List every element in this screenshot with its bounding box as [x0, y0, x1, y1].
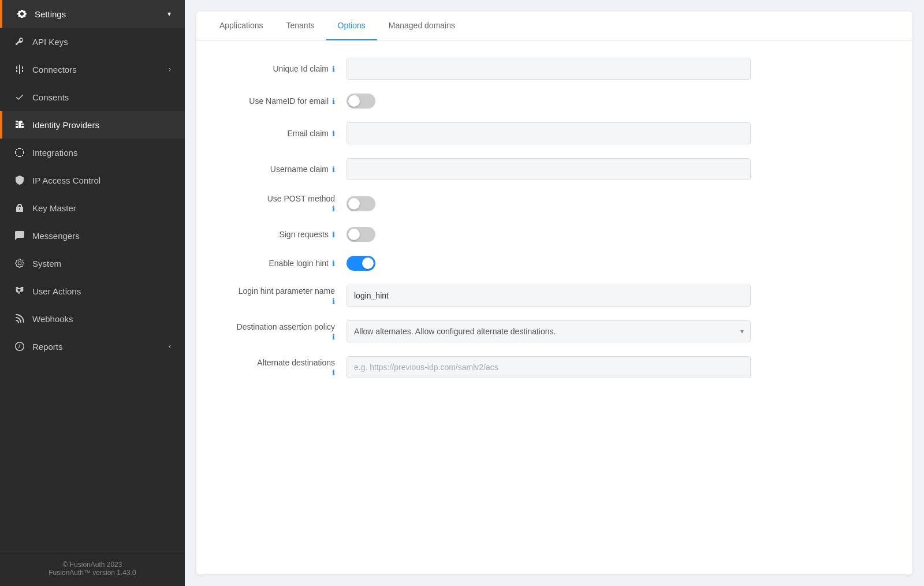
sidebar-item-reports-label: Reports	[32, 342, 162, 352]
tab-bar: Applications Tenants Options Managed dom…	[196, 12, 912, 40]
connectors-chevron: ›	[169, 65, 171, 73]
toggle-thumb-sign	[348, 229, 360, 240]
lock-icon	[14, 202, 25, 214]
label-login-hint-param-name: Login hint parameter name ℹ	[219, 286, 335, 305]
main-content: Applications Tenants Options Managed dom…	[185, 0, 924, 586]
sidebar-item-settings-label: Settings	[35, 9, 161, 19]
label-username-claim: Username claim ℹ	[219, 165, 335, 174]
integrations-icon	[14, 147, 25, 158]
sidebar-item-user-actions-label: User Actions	[32, 286, 171, 296]
field-enable-login-hint: Enable login hint ℹ	[219, 256, 889, 271]
sidebar-item-messengers[interactable]: Messengers	[0, 222, 185, 249]
tab-managed-domains[interactable]: Managed domains	[377, 12, 467, 40]
rss-icon	[14, 313, 25, 324]
alternate-destinations-info-icon[interactable]: ℹ	[332, 368, 335, 377]
check-icon	[14, 91, 25, 103]
api-key-icon	[14, 36, 25, 47]
toggle-use-nameid-for-email[interactable]	[346, 94, 375, 109]
toggle-track-nameid	[346, 94, 375, 109]
label-email-claim: Email claim ℹ	[219, 129, 335, 138]
sidebar-item-integrations-label: Integrations	[32, 148, 171, 158]
sidebar-item-ip-access-control[interactable]: IP Access Control	[0, 166, 185, 194]
sidebar-item-key-master[interactable]: Key Master	[0, 194, 185, 222]
form-content: Unique Id claim ℹ Use NameID for email ℹ	[196, 40, 912, 574]
connector-icon	[14, 64, 25, 75]
input-alternate-destinations[interactable]	[346, 356, 751, 378]
label-alternate-destinations: Alternate destinations ℹ	[219, 358, 335, 377]
sidebar-item-system[interactable]: System	[0, 249, 185, 277]
sidebar: Settings ▾ API Keys Connectors › Consent…	[0, 0, 185, 586]
sidebar-item-api-keys[interactable]: API Keys	[0, 28, 185, 55]
sidebar-item-consents-label: Consents	[32, 92, 171, 102]
sidebar-item-webhooks-label: Webhooks	[32, 314, 171, 324]
label-sign-requests: Sign requests ℹ	[219, 230, 335, 239]
idp-icon	[14, 119, 25, 130]
content-card: Applications Tenants Options Managed dom…	[196, 12, 912, 574]
field-alternate-destinations: Alternate destinations ℹ	[219, 356, 889, 378]
gear-icon	[14, 257, 25, 269]
label-unique-id-claim: Unique Id claim ℹ	[219, 64, 335, 73]
toggle-thumb-login-hint	[362, 257, 374, 269]
sidebar-footer: © FusionAuth 2023 FusionAuth™ version 1.…	[0, 551, 185, 586]
sidebar-item-api-keys-label: API Keys	[32, 37, 171, 47]
input-username-claim[interactable]	[346, 158, 751, 180]
sidebar-item-integrations[interactable]: Integrations	[0, 139, 185, 166]
toggle-thumb-post	[348, 198, 360, 210]
tab-options[interactable]: Options	[326, 12, 377, 40]
copyright: © FusionAuth 2023	[14, 561, 171, 569]
sidebar-item-ip-access-control-label: IP Access Control	[32, 176, 171, 185]
login-hint-param-info-icon[interactable]: ℹ	[332, 297, 335, 305]
settings-chevron: ▾	[167, 10, 171, 18]
sidebar-item-connectors[interactable]: Connectors ›	[0, 55, 185, 83]
input-unique-id-claim[interactable]	[346, 58, 751, 80]
sidebar-item-connectors-label: Connectors	[32, 65, 162, 74]
toggle-track-post	[346, 196, 375, 211]
tab-applications[interactable]: Applications	[208, 12, 275, 40]
field-use-nameid-for-email: Use NameID for email ℹ	[219, 94, 889, 109]
input-login-hint-param-name[interactable]	[346, 285, 751, 307]
input-email-claim[interactable]	[346, 122, 751, 144]
label-use-nameid-for-email: Use NameID for email ℹ	[219, 96, 335, 106]
tab-tenants[interactable]: Tenants	[275, 12, 326, 40]
toggle-enable-login-hint[interactable]	[346, 256, 375, 271]
toggle-track-login-hint	[346, 256, 375, 271]
field-use-post-method: Use POST method ℹ	[219, 194, 889, 213]
email-claim-info-icon[interactable]: ℹ	[332, 129, 335, 138]
username-claim-info-icon[interactable]: ℹ	[332, 165, 335, 174]
destination-assertion-info-icon[interactable]: ℹ	[332, 333, 335, 341]
field-login-hint-param-name: Login hint parameter name ℹ	[219, 285, 889, 307]
toggle-thumb-nameid	[348, 95, 360, 107]
sidebar-item-settings[interactable]: Settings ▾	[0, 0, 185, 28]
enable-login-hint-info-icon[interactable]: ℹ	[332, 259, 335, 268]
use-post-method-info-icon[interactable]: ℹ	[332, 204, 335, 213]
sidebar-item-system-label: System	[32, 259, 171, 268]
sidebar-item-key-master-label: Key Master	[32, 203, 171, 213]
sidebar-item-identity-providers[interactable]: Identity Providers	[0, 111, 185, 139]
sidebar-item-consents[interactable]: Consents	[0, 83, 185, 111]
reports-chevron: ‹	[169, 342, 171, 350]
sidebar-item-reports[interactable]: Reports ‹	[0, 333, 185, 360]
toggle-track-sign	[346, 227, 375, 242]
sidebar-item-webhooks[interactable]: Webhooks	[0, 305, 185, 333]
sidebar-item-identity-providers-label: Identity Providers	[32, 120, 171, 130]
chat-icon	[14, 230, 25, 241]
field-username-claim: Username claim ℹ	[219, 158, 889, 180]
select-destination-assertion-policy[interactable]: Allow alternates. Allow configured alter…	[346, 320, 751, 342]
unique-id-claim-info-icon[interactable]: ℹ	[332, 65, 335, 73]
version: FusionAuth™ version 1.43.0	[14, 569, 171, 577]
report-icon	[14, 341, 25, 352]
field-email-claim: Email claim ℹ	[219, 122, 889, 144]
field-destination-assertion-policy: Destination assertion policy ℹ Allow alt…	[219, 320, 889, 342]
sign-requests-info-icon[interactable]: ℹ	[332, 230, 335, 239]
field-sign-requests: Sign requests ℹ	[219, 227, 889, 242]
trophy-icon	[14, 285, 25, 297]
toggle-sign-requests[interactable]	[346, 227, 375, 242]
use-nameid-info-icon[interactable]: ℹ	[332, 97, 335, 106]
select-wrapper-destination-policy: Allow alternates. Allow configured alter…	[346, 320, 751, 342]
shield-icon	[14, 174, 25, 186]
settings-icon	[16, 8, 28, 20]
field-unique-id-claim: Unique Id claim ℹ	[219, 58, 889, 80]
toggle-use-post-method[interactable]	[346, 196, 375, 211]
label-destination-assertion-policy: Destination assertion policy ℹ	[219, 322, 335, 341]
sidebar-item-user-actions[interactable]: User Actions	[0, 277, 185, 305]
